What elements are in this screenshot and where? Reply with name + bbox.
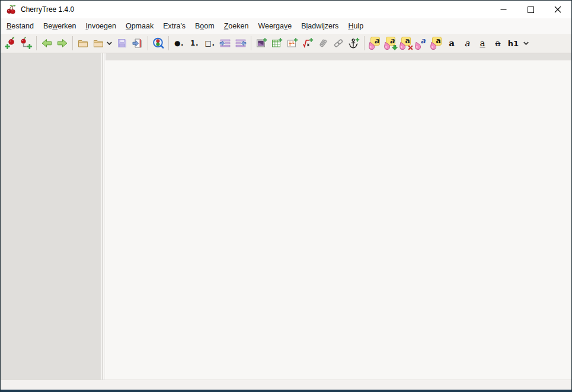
heading-select[interactable]: h1 — [506, 35, 532, 52]
save-as-button[interactable] — [130, 35, 145, 52]
insert-codebox-button[interactable] — [285, 35, 300, 52]
insert-image-button[interactable] — [254, 35, 269, 52]
go-back-button[interactable] — [39, 35, 55, 52]
bullet-list-icon: ●. — [174, 39, 184, 47]
open-recent-button[interactable] — [91, 35, 114, 52]
minimize-icon — [500, 7, 507, 13]
close-icon — [554, 6, 561, 13]
menu-item-invoegen[interactable]: Invoegen — [81, 18, 120, 34]
go-forward-icon — [56, 37, 68, 49]
format-text-button[interactable]: a — [367, 35, 382, 52]
maximize-button[interactable] — [517, 1, 544, 18]
text-editor[interactable] — [106, 60, 571, 380]
new-subnode-button[interactable] — [18, 35, 34, 52]
window-controls — [490, 1, 571, 18]
menu-item-opmaak[interactable]: Opmaak — [121, 18, 158, 34]
indent-decrease-icon — [235, 37, 247, 49]
menu-label: oeken — [228, 22, 248, 30]
find-button[interactable] — [151, 35, 166, 52]
format-apply-recent-icon: a — [383, 36, 397, 50]
menu-label: adwijzers — [308, 22, 338, 30]
menu-item-boom[interactable]: Boom — [190, 18, 219, 34]
insert-anchor-button[interactable] — [346, 35, 362, 52]
numbered-list-button[interactable]: 1. — [187, 35, 202, 52]
underline-icon: a — [480, 39, 485, 48]
open-folder-icon — [77, 37, 89, 49]
go-forward-button[interactable] — [55, 35, 70, 52]
insert-table-button[interactable] — [269, 35, 285, 52]
foreground-color-button[interactable]: a — [413, 35, 429, 52]
menu-item-extras[interactable]: Extra's — [158, 18, 190, 34]
paperclip-icon — [317, 37, 329, 49]
app-window: CherryTree 1.4.0 Bestand Bewerken Invoeg… — [0, 0, 572, 392]
heading-label: h1 — [508, 39, 519, 48]
menu-item-hulp[interactable]: Hulp — [343, 18, 368, 34]
format-clear-button[interactable]: a — [398, 35, 413, 52]
toolbar-separator — [364, 36, 365, 50]
menu-label: ulp — [353, 22, 363, 30]
menu-item-bewerken[interactable]: Bewerken — [39, 18, 81, 34]
letter-a: a — [375, 37, 379, 44]
red-x-icon — [408, 45, 413, 50]
status-bar — [1, 380, 571, 390]
format-text-icon: a — [368, 36, 382, 50]
new-node-button[interactable] — [3, 35, 18, 52]
toolbar-separator — [36, 36, 37, 50]
insert-codebox-icon — [286, 37, 298, 49]
indent-decrease-button[interactable] — [233, 35, 248, 52]
menu-label: Be — [43, 22, 52, 30]
minimize-button[interactable] — [490, 1, 517, 18]
toolbar: ●. 1. □. — [1, 34, 571, 53]
save-button[interactable] — [114, 35, 130, 52]
menu-label: nvoegen — [88, 22, 116, 30]
todo-list-icon: □. — [205, 39, 215, 47]
italic-button[interactable]: a — [459, 35, 475, 52]
menu-label: om — [204, 22, 214, 30]
main-panel — [106, 53, 571, 380]
numbered-list-icon: 1. — [190, 39, 199, 47]
menu-item-weergave[interactable]: Weergave — [253, 18, 296, 34]
menu-label: Weerga — [258, 22, 284, 30]
format-apply-recent-button[interactable]: a — [382, 35, 398, 52]
letter-a: a — [405, 37, 410, 44]
maximize-icon — [528, 7, 534, 13]
menu-label: e — [287, 22, 292, 30]
title-bar: CherryTree 1.4.0 — [1, 1, 571, 18]
attach-file-button[interactable] — [315, 35, 331, 52]
menu-item-bestand[interactable]: Bestand — [2, 18, 39, 34]
indent-increase-button[interactable] — [218, 35, 233, 52]
background-color-button[interactable]: a — [429, 35, 444, 52]
underline-button[interactable]: a — [475, 35, 490, 52]
close-button[interactable] — [544, 1, 571, 18]
panel-splitter[interactable] — [101, 53, 106, 380]
new-subnode-icon — [20, 37, 33, 50]
menu-item-zoeken[interactable]: Zoeken — [219, 18, 254, 34]
content-area — [1, 53, 571, 380]
bullet-list-button[interactable]: ●. — [171, 35, 187, 52]
recent-folder-icon — [92, 37, 104, 49]
save-as-icon — [132, 37, 143, 49]
new-node-icon — [4, 37, 17, 50]
tree-panel[interactable] — [1, 53, 101, 380]
letter-a: a — [421, 37, 426, 44]
toolbar-separator — [148, 36, 148, 50]
find-icon — [152, 37, 165, 50]
anchor-icon — [348, 37, 360, 49]
link-icon — [333, 37, 344, 49]
menu-bar: Bestand Bewerken Invoegen Opmaak Extra's… — [1, 18, 571, 34]
chevron-down-icon — [523, 40, 529, 46]
insert-link-button[interactable] — [331, 35, 346, 52]
cherries-icon — [6, 4, 17, 15]
open-file-button[interactable] — [75, 35, 91, 52]
insert-formula-button[interactable] — [300, 35, 315, 52]
bold-button[interactable]: a — [444, 35, 459, 52]
menu-item-bladwijzers[interactable]: Bladwijzers — [296, 18, 343, 34]
strikethrough-button[interactable]: a — [490, 35, 506, 52]
go-back-icon — [41, 37, 53, 49]
menu-label: Extra's — [163, 22, 186, 30]
green-down-arrow-icon — [392, 45, 398, 50]
toolbar-separator — [251, 36, 251, 50]
window-title: CherryTree 1.4.0 — [21, 5, 74, 14]
todo-list-button[interactable]: □. — [202, 35, 218, 52]
indent-increase-icon — [219, 37, 231, 49]
